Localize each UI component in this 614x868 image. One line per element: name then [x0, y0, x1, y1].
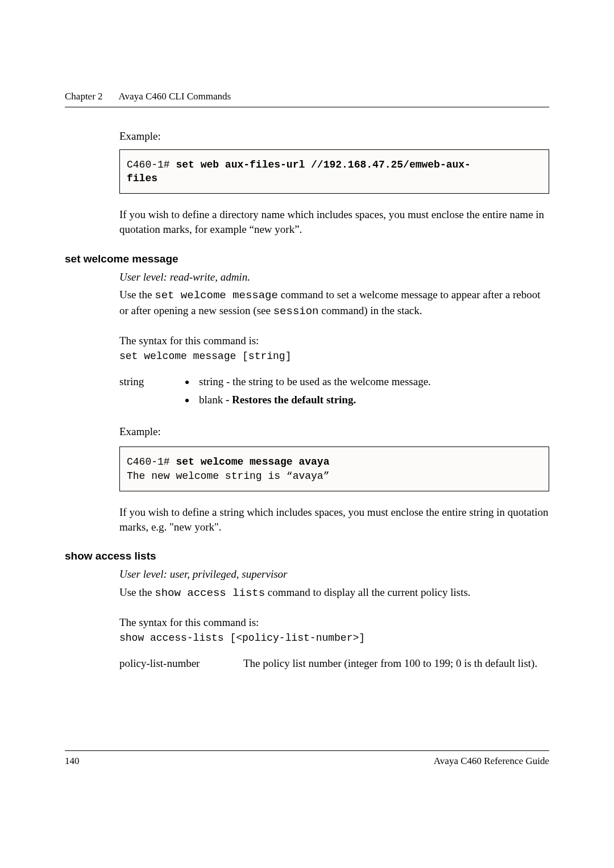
- desc-paragraph: Use the show access lists command to dis…: [119, 585, 549, 601]
- bullet2-b: - Restores the default string.: [223, 394, 356, 406]
- desc-a: Use the: [119, 289, 155, 301]
- section-heading-access: show access lists: [65, 550, 549, 562]
- desc-code1: show access lists: [155, 587, 265, 599]
- bullet-1: string - the string to be used as the we…: [196, 374, 549, 389]
- syntax-code: show access-lists [<policy-list-number>]: [119, 631, 549, 645]
- param-name: policy-list-number: [119, 656, 243, 671]
- desc-paragraph: Use the set welcome message command to s…: [119, 287, 549, 319]
- bullet-2: blank - Restores the default string.: [196, 393, 549, 407]
- code-box: C460-1# set welcome message avaya The ne…: [119, 446, 549, 491]
- param-desc: string - the string to be used as the we…: [185, 374, 549, 410]
- chapter-label: Chapter 2: [65, 91, 103, 102]
- param-desc: The policy list number (integer from 100…: [243, 656, 549, 671]
- desc-a: Use the: [119, 586, 155, 598]
- example-label: Example:: [119, 129, 549, 144]
- syntax-label: The syntax for this command is:: [119, 333, 549, 348]
- section-continuation: Example: C460-1# set web aux-files-url /…: [119, 129, 549, 237]
- desc-code2: session: [273, 305, 319, 318]
- code-cmd: set welcome message avaya: [176, 456, 329, 468]
- code-cmd-line1: set web aux-files-url //192.168.47.25/em…: [176, 159, 470, 170]
- desc-code1: set welcome message: [155, 289, 278, 302]
- page-number: 140: [65, 756, 80, 767]
- code-cmd-line2: files: [127, 173, 157, 184]
- section-heading-welcome: set welcome message: [65, 253, 549, 265]
- user-level: User level: user, privileged, supervisor: [119, 567, 549, 582]
- page: Chapter 2 Avaya C460 CLI Commands Exampl…: [0, 0, 614, 818]
- chapter-title: Avaya C460 CLI Commands: [119, 91, 231, 102]
- param-name: string: [119, 374, 185, 410]
- running-footer: 140 Avaya C460 Reference Guide: [65, 750, 549, 767]
- code-output: The new welcome string is “avaya”: [127, 470, 329, 482]
- desc-c: command) in the stack.: [319, 304, 422, 316]
- syntax-code: set welcome message [string]: [119, 349, 549, 363]
- note-text: If you wish to define a string which inc…: [119, 505, 549, 534]
- doc-title: Avaya C460 Reference Guide: [434, 756, 549, 767]
- param-row: string string - the string to be used as…: [119, 374, 549, 410]
- code-prompt: C460-1#: [127, 456, 176, 468]
- section-access: User level: user, privileged, supervisor…: [119, 567, 549, 671]
- bullet2-a: blank: [199, 394, 223, 406]
- user-level: User level: read-write, admin.: [119, 270, 549, 285]
- section-welcome: User level: read-write, admin. Use the s…: [119, 270, 549, 535]
- running-header: Chapter 2 Avaya C460 CLI Commands: [65, 91, 549, 107]
- example-label: Example:: [119, 424, 549, 439]
- note-text: If you wish to define a directory name w…: [119, 207, 549, 236]
- code-prompt: C460-1#: [127, 159, 176, 170]
- desc-b: command to display all the current polic…: [265, 586, 470, 598]
- code-box: C460-1# set web aux-files-url //192.168.…: [119, 149, 549, 194]
- syntax-label: The syntax for this command is:: [119, 615, 549, 630]
- param-row: policy-list-number The policy list numbe…: [119, 656, 549, 671]
